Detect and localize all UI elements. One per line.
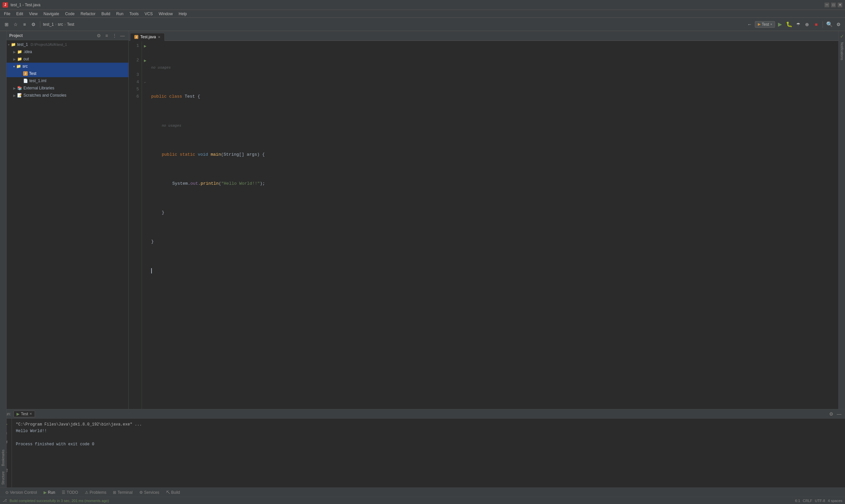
breadcrumb-src[interactable]: src: [58, 22, 63, 27]
menu-view[interactable]: View: [27, 11, 40, 17]
gutter-fold-4[interactable]: ⌐: [143, 78, 147, 86]
terminal-minimize-btn[interactable]: —: [836, 411, 842, 417]
tree-out-folder[interactable]: ▶ 📁 out: [6, 55, 128, 63]
run-button[interactable]: ▶: [776, 20, 784, 29]
tab-label: Test.java: [140, 35, 156, 39]
bottom-tool-strip: ⊙ Version Control ▶ Run ☰ TODO ⚠ Problem…: [0, 487, 845, 497]
bottom-tab-name: Test: [21, 412, 28, 416]
code-line-1: public class Test {: [151, 93, 836, 100]
maximize-button[interactable]: □: [831, 3, 836, 7]
gutter-run-2[interactable]: ▶: [143, 57, 147, 64]
menu-refactor[interactable]: Refactor: [78, 11, 98, 17]
status-left: ⎇ Build completed successfully in 3 sec,…: [3, 498, 793, 503]
terminal-output-line2: [16, 434, 841, 441]
code-line-2: public static void main(String[] args) {: [151, 151, 836, 158]
toolbar-back-btn[interactable]: ←: [746, 20, 753, 29]
tool-services[interactable]: ⚙ Services: [137, 489, 162, 496]
stop-btn[interactable]: ■: [812, 20, 820, 29]
project-collapse-btn[interactable]: ≡: [103, 32, 110, 39]
menu-window[interactable]: Window: [156, 11, 176, 17]
menu-navigate[interactable]: Navigate: [41, 11, 62, 17]
terminal-content: ▶ ■ ↺ ⇩ ≡ 🗑 "C:\Program Files\Java\jdk1.…: [0, 418, 845, 495]
terminal-output: "C:\Program Files\Java\jdk1.8.0_192\bin\…: [12, 418, 845, 495]
terminal-output-line1: Hello World!!: [16, 428, 841, 434]
tab-close-btn[interactable]: ✕: [158, 35, 160, 39]
git-icon: ⎇: [3, 498, 7, 503]
tab-java-icon: J: [134, 35, 138, 39]
title-bar-title: test_1 - Test.java: [11, 3, 40, 7]
toolbar-bookmark-btn[interactable]: ☆: [12, 20, 19, 29]
coverage-btn[interactable]: ☂: [794, 20, 802, 29]
tool-version-control[interactable]: ⊙ Version Control: [3, 489, 40, 496]
project-settings-btn[interactable]: ⚙: [95, 32, 102, 39]
notifications-label[interactable]: Notifications: [839, 40, 844, 62]
terminal-settings-btn[interactable]: ⚙: [828, 411, 834, 417]
encoding[interactable]: UTF-8: [815, 499, 825, 503]
run-config-selector[interactable]: ▶ Test ▾: [755, 21, 775, 28]
breadcrumb-test[interactable]: Test: [67, 22, 74, 27]
menu-file[interactable]: File: [1, 11, 13, 17]
project-more-btn[interactable]: ⋮: [111, 32, 118, 39]
tree-iml-file[interactable]: 📄 test_1.iml: [6, 77, 128, 85]
tool-todo[interactable]: ☰ TODO: [59, 489, 81, 496]
indent-setting[interactable]: 4 spaces: [828, 499, 842, 503]
toolbar-sep2: [823, 21, 823, 28]
toolbar: ⊞ ☆ ≡ ⚙ test_1 › src › Test ← ▶ Test ▾ ▶…: [0, 18, 845, 31]
editor-tab-test[interactable]: J Test.java ✕: [130, 33, 165, 41]
services-label: Services: [144, 490, 159, 495]
app-icon: J: [3, 2, 8, 7]
profiler-btn[interactable]: ⊕: [804, 20, 811, 29]
tree-root[interactable]: ▾ 📁 test_1 D:\Project\JAVA\test_1: [6, 41, 128, 48]
debug-button[interactable]: 🐛: [785, 20, 793, 29]
bottom-tab-bar: Run: ▶ Test ✕ ⚙ —: [0, 409, 845, 418]
tree-test-file[interactable]: J Test: [6, 70, 128, 77]
structure-label[interactable]: Structure: [1, 469, 6, 487]
menu-run[interactable]: Run: [113, 11, 126, 17]
menu-build[interactable]: Build: [99, 11, 113, 17]
close-button[interactable]: ✕: [838, 3, 842, 7]
menu-help[interactable]: Help: [176, 11, 190, 17]
menu-code[interactable]: Code: [63, 11, 77, 17]
breadcrumb: test_1 › src › Test: [43, 22, 743, 27]
line-endings[interactable]: CRLF: [803, 499, 812, 503]
menu-vcs[interactable]: VCS: [142, 11, 156, 17]
tool-run[interactable]: ▶ Run: [41, 489, 58, 496]
code-hint-1: no usages: [151, 64, 836, 71]
bottom-tab-test[interactable]: ▶ Test ✕: [14, 411, 35, 417]
gutter-run-1[interactable]: ▶: [143, 42, 147, 50]
toolbar-settings-btn[interactable]: ⚙: [30, 20, 37, 29]
menu-tools[interactable]: Tools: [127, 11, 141, 17]
tree-idea-folder[interactable]: ▶ 📁 .idea: [6, 48, 128, 55]
bottom-panel-actions: ⚙ —: [828, 411, 842, 417]
tool-terminal[interactable]: ⊞ Terminal: [110, 489, 135, 496]
hints-ok-icon[interactable]: ✓: [839, 32, 845, 40]
tab-bar: J Test.java ✕: [129, 31, 839, 41]
bookmarks-label[interactable]: Bookmarks: [1, 447, 6, 469]
search-everywhere-btn[interactable]: 🔍: [826, 20, 833, 29]
build-status[interactable]: Build completed successfully in 3 sec, 2…: [10, 499, 109, 503]
project-header-actions: ⚙ ≡ ⋮ —: [95, 32, 126, 39]
bottom-tab-close[interactable]: ✕: [29, 412, 32, 416]
toolbar-project-btn[interactable]: ⊞: [3, 20, 10, 29]
project-panel-header: Project ⚙ ≡ ⋮ —: [6, 31, 128, 40]
project-hide-btn[interactable]: —: [119, 32, 126, 39]
project-panel-title: Project: [9, 33, 23, 38]
run-config-name: Test: [762, 22, 769, 27]
title-bar: J test_1 - Test.java ─ □ ✕: [0, 0, 845, 10]
tree-src-folder[interactable]: ▾ 📁 src: [6, 63, 128, 70]
cursor-position[interactable]: 6:1: [795, 499, 800, 503]
tree-scratches[interactable]: ▶ 📝 Scratches and Consoles: [6, 92, 128, 99]
minimize-button[interactable]: ─: [825, 3, 829, 7]
tool-problems[interactable]: ⚠ Problems: [82, 489, 109, 496]
menu-edit[interactable]: Edit: [14, 11, 26, 17]
terminal-command-line: "C:\Program Files\Java\jdk1.8.0_192\bin\…: [16, 421, 841, 428]
breadcrumb-project[interactable]: test_1: [43, 22, 54, 27]
toolbar-structure-btn[interactable]: ≡: [21, 20, 29, 29]
code-line-5: }: [151, 238, 836, 246]
code-line-4: }: [151, 209, 836, 216]
tool-build[interactable]: ⛏ Build: [163, 489, 183, 496]
settings-main-btn[interactable]: ⚙: [835, 20, 842, 29]
tree-ext-libs[interactable]: ▶ 📚 External Libraries: [6, 85, 128, 92]
menu-bar: File Edit View Navigate Code Refactor Bu…: [0, 10, 845, 18]
toolbar-sep1: [40, 21, 40, 28]
